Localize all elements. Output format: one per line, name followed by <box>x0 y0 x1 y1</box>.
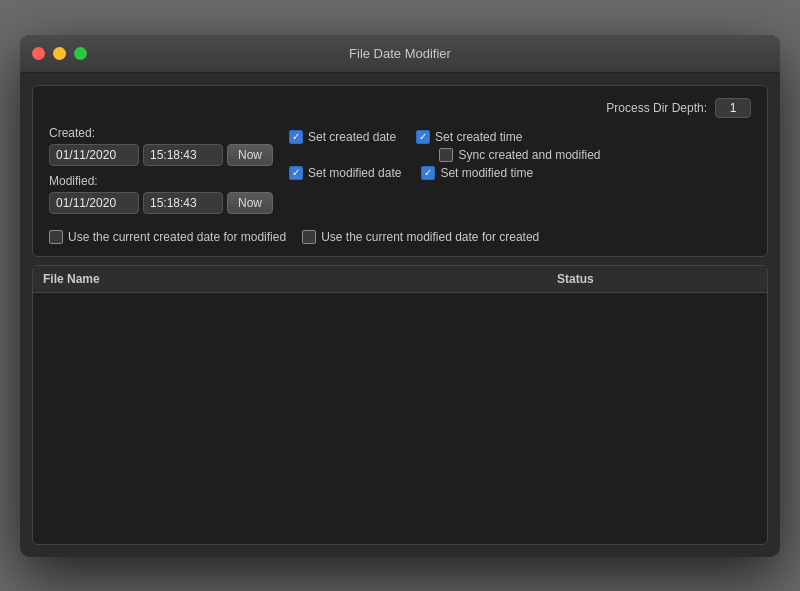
process-dir-label: Process Dir Depth: <box>606 101 707 115</box>
window-controls <box>32 47 87 60</box>
created-label: Created: <box>49 126 273 140</box>
created-now-button[interactable]: Now <box>227 144 273 166</box>
col-status-header: Status <box>557 272 757 286</box>
created-date-input[interactable] <box>49 144 139 166</box>
modified-row: Modified: Now <box>49 174 273 214</box>
checkbox-row-1: Set created date Set created time <box>289 130 751 144</box>
main-content: Process Dir Depth: Created: Now <box>20 73 780 557</box>
set-modified-date-label: Set modified date <box>308 166 401 180</box>
set-modified-time-box <box>421 166 435 180</box>
table-body <box>33 293 767 533</box>
set-created-time-checkbox[interactable]: Set created time <box>416 130 522 144</box>
set-created-date-checkbox[interactable]: Set created date <box>289 130 396 144</box>
col-filename-header: File Name <box>43 272 557 286</box>
created-time-input[interactable] <box>143 144 223 166</box>
set-modified-date-checkbox[interactable]: Set modified date <box>289 166 401 180</box>
modified-inputs: Now <box>49 192 273 214</box>
use-created-for-modified-label: Use the current created date for modifie… <box>68 230 286 244</box>
use-modified-for-created-box <box>302 230 316 244</box>
file-table: File Name Status <box>32 265 768 545</box>
created-row: Created: Now <box>49 126 273 166</box>
maximize-button[interactable] <box>74 47 87 60</box>
set-created-date-label: Set created date <box>308 130 396 144</box>
set-modified-date-box <box>289 166 303 180</box>
titlebar: File Date Modifier <box>20 35 780 73</box>
set-created-date-box <box>289 130 303 144</box>
settings-panel: Process Dir Depth: Created: Now <box>32 85 768 257</box>
dates-area: Created: Now Modified: Now <box>49 126 751 222</box>
set-modified-time-checkbox[interactable]: Set modified time <box>421 166 533 180</box>
use-modified-for-created-checkbox[interactable]: Use the current modified date for create… <box>302 230 539 244</box>
table-header: File Name Status <box>33 266 767 293</box>
use-modified-for-created-label: Use the current modified date for create… <box>321 230 539 244</box>
sync-created-modified-label: Sync created and modified <box>458 148 600 162</box>
window-title: File Date Modifier <box>349 46 451 61</box>
checkboxes-area: Set created date Set created time Sync c… <box>289 126 751 222</box>
main-window: File Date Modifier Process Dir Depth: Cr… <box>20 35 780 557</box>
checkbox-row-2: Sync created and modified <box>289 148 751 162</box>
dates-inputs: Created: Now Modified: Now <box>49 126 273 222</box>
set-modified-time-label: Set modified time <box>440 166 533 180</box>
use-created-for-modified-box <box>49 230 63 244</box>
bottom-checkboxes: Use the current created date for modifie… <box>49 230 751 244</box>
close-button[interactable] <box>32 47 45 60</box>
modified-now-button[interactable]: Now <box>227 192 273 214</box>
set-created-time-label: Set created time <box>435 130 522 144</box>
modified-time-input[interactable] <box>143 192 223 214</box>
checkbox-row-3: Set modified date Set modified time <box>289 166 751 180</box>
process-dir-row: Process Dir Depth: <box>49 98 751 118</box>
modified-label: Modified: <box>49 174 273 188</box>
sync-created-modified-checkbox[interactable]: Sync created and modified <box>439 148 600 162</box>
use-created-for-modified-checkbox[interactable]: Use the current created date for modifie… <box>49 230 286 244</box>
set-created-time-box <box>416 130 430 144</box>
minimize-button[interactable] <box>53 47 66 60</box>
sync-created-modified-box <box>439 148 453 162</box>
modified-date-input[interactable] <box>49 192 139 214</box>
created-inputs: Now <box>49 144 273 166</box>
process-dir-input[interactable] <box>715 98 751 118</box>
